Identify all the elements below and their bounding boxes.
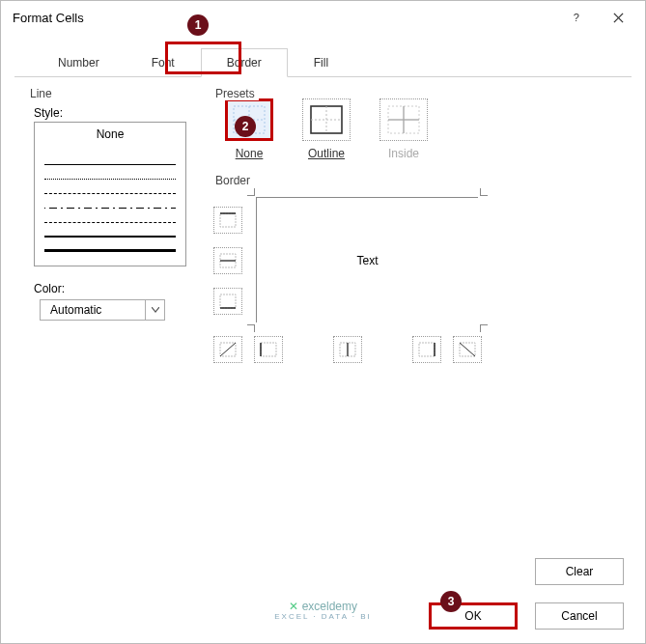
annotation-2: 2 <box>235 116 256 137</box>
border-diag-down-button[interactable] <box>453 336 482 363</box>
tab-number[interactable]: Number <box>32 48 126 77</box>
preset-outline-label: Outline <box>308 147 345 160</box>
right-column: Presets None Outline <box>204 89 628 373</box>
line-group-label: Line <box>26 87 56 100</box>
tab-strip: Number Font Border Fill <box>14 34 632 77</box>
border-bottom-button[interactable] <box>213 288 242 315</box>
tab-fill[interactable]: Fill <box>288 48 354 77</box>
exceldemy-logo: ✕ exceldemy EXCEL · DATA · BI <box>274 600 372 622</box>
close-button[interactable] <box>597 3 639 32</box>
line-style-option[interactable] <box>44 180 176 194</box>
border-right-button[interactable] <box>412 336 441 363</box>
line-style-option[interactable] <box>44 223 176 238</box>
border-group: Border Text <box>204 176 628 373</box>
color-label: Color: <box>34 282 184 295</box>
logo-text: exceldemy <box>302 600 357 613</box>
corner-icon <box>480 324 488 332</box>
logo-tagline: EXCEL · DATA · BI <box>274 613 372 622</box>
preset-outline[interactable]: Outline <box>302 98 351 160</box>
preset-outline-icon <box>302 98 351 141</box>
svg-rect-12 <box>220 213 236 227</box>
format-cells-dialog: Format Cells ? Number Font Border Fill L… <box>0 0 646 644</box>
corner-icon <box>247 324 255 332</box>
svg-text:?: ? <box>573 13 578 23</box>
border-middle-h-button[interactable] <box>213 247 242 274</box>
svg-line-19 <box>220 343 236 356</box>
annotation-1: 1 <box>187 14 209 36</box>
preset-inside-label: Inside <box>388 147 419 160</box>
tab-font[interactable]: Font <box>126 48 201 77</box>
help-button[interactable]: ? <box>554 3 597 32</box>
line-style-list[interactable]: None <box>34 122 186 266</box>
corner-icon <box>247 188 255 196</box>
border-group-label: Border <box>211 174 254 187</box>
dialog-title: Format Cells <box>13 11 554 25</box>
svg-rect-20 <box>261 343 276 356</box>
line-style-option[interactable] <box>44 209 176 223</box>
preset-none-label: None <box>236 147 264 160</box>
annotation-3: 3 <box>440 591 462 612</box>
border-diag-up-button[interactable] <box>213 336 242 363</box>
presets-group-label: Presets <box>211 87 259 100</box>
color-value: Automatic <box>50 303 101 317</box>
svg-rect-16 <box>220 294 236 308</box>
line-style-none[interactable]: None <box>35 123 185 151</box>
preset-inside[interactable]: Inside <box>379 98 428 160</box>
svg-rect-24 <box>419 343 435 356</box>
preview-text: Text <box>356 254 378 267</box>
presets-group: Presets None Outline <box>204 89 628 176</box>
border-middle-v-button[interactable] <box>333 336 362 363</box>
border-preview[interactable]: Text <box>256 197 478 322</box>
chevron-down-icon <box>145 300 164 320</box>
line-style-option[interactable] <box>44 165 176 180</box>
style-label: Style: <box>34 106 184 120</box>
dialog-body: Line Style: None Color: Automatic <box>1 77 645 384</box>
preset-inside-icon <box>379 98 428 141</box>
cancel-button[interactable]: Cancel <box>535 602 624 630</box>
line-group: Line Style: None Color: Automatic <box>18 89 194 373</box>
line-style-option[interactable] <box>44 151 176 165</box>
line-style-option[interactable] <box>44 238 176 252</box>
color-combo[interactable]: Automatic <box>40 299 165 321</box>
clear-button[interactable]: Clear <box>535 558 624 585</box>
titlebar: Format Cells ? <box>1 1 645 34</box>
tab-border[interactable]: Border <box>201 48 288 77</box>
svg-line-27 <box>460 343 475 356</box>
border-top-button[interactable] <box>213 207 242 234</box>
border-left-button[interactable] <box>254 336 283 363</box>
corner-icon <box>480 188 488 196</box>
line-style-option[interactable] <box>44 194 176 209</box>
